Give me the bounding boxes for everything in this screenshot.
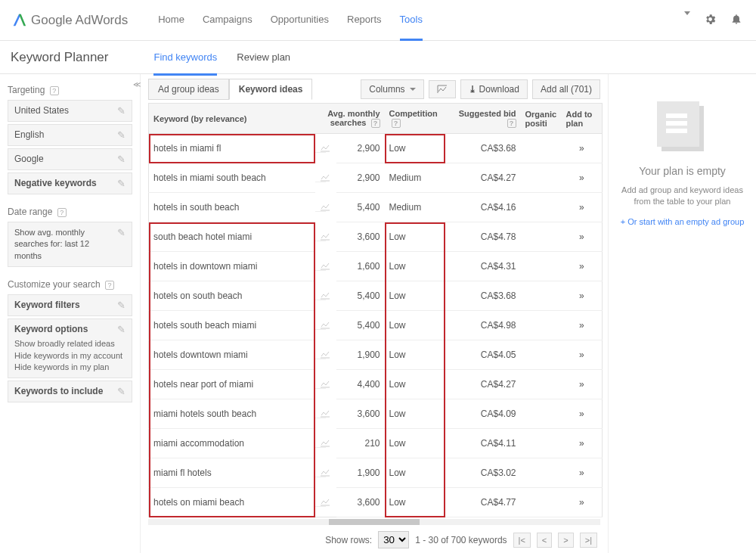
th-keyword[interactable]: Keyword (by relevance): [149, 104, 315, 134]
last-page-button[interactable]: >|: [580, 533, 597, 548]
help-icon[interactable]: ?: [392, 119, 401, 128]
add-all-button[interactable]: Add all (701): [532, 79, 600, 99]
chart-button[interactable]: [429, 80, 456, 98]
cell-keyword[interactable]: hotels downtown miami: [149, 340, 315, 370]
add-to-plan-button[interactable]: »: [562, 281, 603, 311]
cell-comp: Low: [385, 281, 445, 311]
cell-keyword[interactable]: hotels in miami south beach: [149, 163, 315, 193]
chart-icon[interactable]: [315, 488, 326, 507]
chart-icon[interactable]: [315, 163, 326, 182]
add-to-plan-button[interactable]: »: [562, 311, 603, 340]
empty-adgroup-link[interactable]: + Or start with an empty ad group: [618, 217, 747, 226]
cell-bid: CA$4.78: [445, 222, 521, 252]
cell-bid: CA$4.27: [445, 370, 521, 399]
cell-keyword[interactable]: hotels south beach miami: [149, 311, 315, 340]
table-row: miami accommodation210LowCA$4.11»: [149, 429, 603, 458]
settings-icon[interactable]: [704, 13, 717, 28]
nav-tools[interactable]: Tools: [400, 0, 423, 41]
nav-reports[interactable]: Reports: [347, 0, 382, 41]
subtab-review-plan[interactable]: Review plan: [237, 41, 290, 73]
th-bid[interactable]: Suggested bid ?: [445, 104, 521, 134]
chart-icon[interactable]: [315, 134, 326, 153]
chart-icon[interactable]: [315, 340, 326, 359]
cell-keyword[interactable]: hotels in south beach: [149, 193, 315, 222]
chart-icon[interactable]: [315, 281, 326, 300]
logo[interactable]: Google AdWords: [11, 12, 128, 29]
pencil-icon: ✎: [117, 227, 125, 238]
horizontal-scrollbar[interactable]: [148, 519, 600, 525]
add-to-plan-button[interactable]: »: [562, 252, 603, 281]
chart-icon[interactable]: [315, 370, 326, 389]
add-to-plan-button[interactable]: »: [562, 193, 603, 222]
cell-keyword[interactable]: south beach hotel miami: [149, 222, 315, 252]
date-range-box[interactable]: Show avg. monthly searches for: last 12 …: [8, 222, 132, 267]
collapse-sidebar-icon[interactable]: ≪: [133, 80, 141, 89]
rows-select[interactable]: 30: [378, 531, 409, 548]
rp-text: Add ad group and keyword ideas from the …: [618, 185, 747, 208]
tab-keyword-ideas[interactable]: Keyword ideas: [229, 79, 313, 100]
chart-icon[interactable]: [315, 311, 326, 330]
download-button[interactable]: ⤓Download: [460, 79, 528, 99]
chart-icon[interactable]: [315, 252, 326, 271]
chart-icon[interactable]: [315, 458, 326, 477]
add-to-plan-button[interactable]: »: [562, 458, 603, 488]
add-to-plan-button[interactable]: »: [562, 340, 603, 370]
add-to-plan-button[interactable]: »: [562, 429, 603, 458]
keyword-filters-box[interactable]: Keyword filters✎: [8, 294, 132, 316]
cell-comp: Low: [385, 488, 445, 517]
add-to-plan-button[interactable]: »: [562, 163, 603, 193]
add-to-plan-button[interactable]: »: [562, 488, 603, 517]
tab-ad-group-ideas[interactable]: Ad group ideas: [148, 79, 229, 100]
help-icon[interactable]: ?: [371, 119, 380, 128]
columns-button[interactable]: Columns: [361, 79, 423, 99]
nav-opportunities[interactable]: Opportunities: [271, 0, 329, 41]
nav-campaigns[interactable]: Campaigns: [203, 0, 253, 41]
chart-icon[interactable]: [315, 193, 326, 212]
chart-icon[interactable]: [315, 399, 326, 418]
help-icon[interactable]: ?: [50, 86, 59, 95]
cell-organic: [521, 458, 562, 488]
table-row: hotels in miami fl2,900LowCA$3.68»: [149, 134, 603, 163]
cell-keyword[interactable]: hotels on south beach: [149, 281, 315, 311]
pencil-icon: ✎: [117, 154, 125, 165]
cell-organic: [521, 252, 562, 281]
cell-keyword[interactable]: miami accommodation: [149, 429, 315, 458]
table-row: hotels on south beach5,400LowCA$3.68»: [149, 281, 603, 311]
notifications-icon[interactable]: [730, 12, 742, 28]
subtab-find-keywords[interactable]: Find keywords: [153, 41, 217, 76]
cell-comp: Low: [385, 340, 445, 370]
cell-keyword[interactable]: miami hotels south beach: [149, 399, 315, 429]
show-rows-label: Show rows:: [325, 535, 372, 545]
keywords-include-box[interactable]: Keywords to include✎: [8, 381, 132, 402]
help-icon[interactable]: ?: [57, 208, 67, 217]
nav-home[interactable]: Home: [158, 0, 184, 41]
th-organic[interactable]: Organic positi: [521, 104, 562, 134]
account-dropdown-icon[interactable]: [684, 15, 690, 26]
targeting-negative-keywords[interactable]: Negative keywords✎: [8, 172, 132, 194]
chart-icon[interactable]: [315, 429, 326, 448]
cell-keyword[interactable]: miami fl hotels: [149, 458, 315, 488]
cell-keyword[interactable]: hotels in downtown miami: [149, 252, 315, 281]
th-avg[interactable]: Avg. monthly searches ?: [315, 104, 385, 134]
th-competition[interactable]: Competition ?: [385, 104, 445, 134]
keyword-options-box[interactable]: Keyword options✎ Show broadly related id…: [8, 318, 132, 378]
add-to-plan-button[interactable]: »: [562, 399, 603, 429]
add-to-plan-button[interactable]: »: [562, 370, 603, 399]
cell-keyword[interactable]: hotels near port of miami: [149, 370, 315, 399]
help-icon[interactable]: ?: [105, 281, 114, 290]
prev-page-button[interactable]: <: [537, 533, 552, 548]
cell-keyword[interactable]: hotels on miami beach: [149, 488, 315, 517]
cell-keyword[interactable]: hotels in miami fl: [149, 134, 315, 163]
cell-comp: Low: [385, 134, 445, 163]
cell-avg: 3,600: [336, 222, 385, 252]
add-to-plan-button[interactable]: »: [562, 222, 603, 252]
customize-heading: Customize your search ?: [8, 279, 132, 290]
help-icon[interactable]: ?: [507, 119, 516, 128]
add-to-plan-button[interactable]: »: [562, 134, 603, 163]
targeting-united-states[interactable]: United States✎: [8, 100, 132, 122]
first-page-button[interactable]: |<: [513, 533, 531, 548]
next-page-button[interactable]: >: [558, 533, 573, 548]
chart-icon[interactable]: [315, 222, 326, 241]
targeting-english[interactable]: English✎: [8, 124, 132, 146]
targeting-google[interactable]: Google✎: [8, 148, 132, 170]
